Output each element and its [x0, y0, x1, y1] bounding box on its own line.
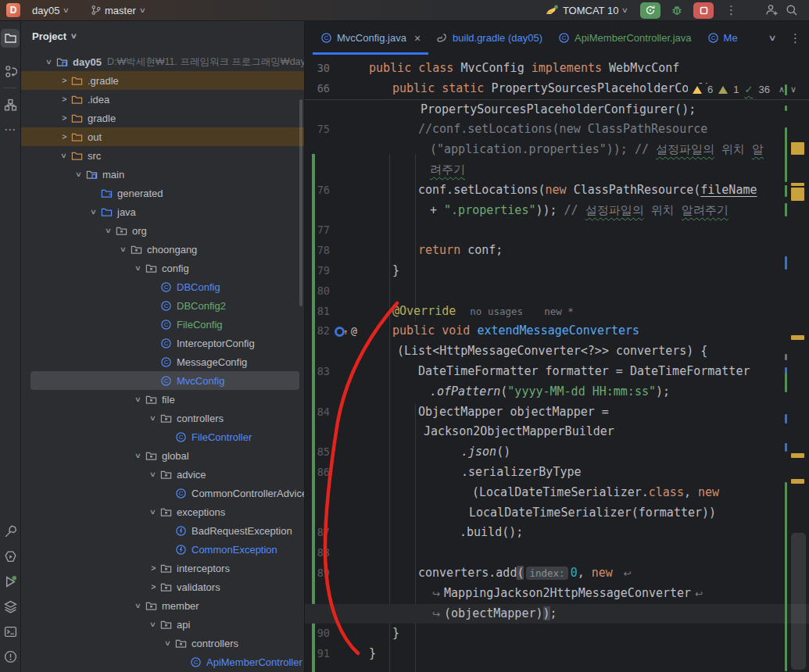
project-tool-button[interactable]: [1, 29, 20, 48]
more-tool-windows-icon[interactable]: ⋯: [1, 120, 20, 139]
line-number: [305, 201, 333, 221]
code-text: ("application.properties")); // 설정파일의 위치…: [361, 140, 809, 160]
tree-item-dbconfig2[interactable]: CDBConfig2: [21, 296, 304, 315]
tree-item-src[interactable]: ∨src: [21, 146, 304, 165]
vcs-branch-widget[interactable]: master ∨: [85, 2, 150, 19]
gutter: [333, 201, 361, 221]
debug-button[interactable]: [668, 1, 686, 20]
tree-item-filecontroller[interactable]: CFileController: [21, 427, 304, 446]
tree-item-commoncontrolleradvice[interactable]: CCommonControllerAdvice: [21, 484, 304, 502]
package-icon: [145, 393, 157, 406]
editor-scrollbar-thumb[interactable]: [791, 533, 806, 670]
tree-chevron-icon[interactable]: ∨: [60, 91, 68, 109]
gutter: [333, 543, 361, 563]
overriding-method-icon[interactable]: [335, 327, 345, 337]
package-icon: [145, 449, 157, 462]
tree-item-exceptions[interactable]: ∨exceptions: [21, 502, 304, 521]
tree-item-commonexception[interactable]: CommonException: [21, 540, 304, 559]
inspections-widget[interactable]: 6 1 ✓ 36 ∧ ∨: [688, 84, 796, 95]
tree-item--idea[interactable]: ∨.idea: [21, 90, 304, 109]
commit-tool-button[interactable]: [1, 62, 20, 80]
code-text: [361, 220, 809, 241]
services-tool-button[interactable]: [2, 547, 20, 566]
tree-item-main[interactable]: ∨main: [21, 165, 304, 184]
tree-item-member[interactable]: ∨member: [21, 596, 304, 615]
tree-item-gradle[interactable]: ∨gradle: [21, 109, 304, 127]
code-editor[interactable]: 30public class MvcConfig implements WebM…: [305, 55, 809, 672]
tree-item-badrequestexception[interactable]: BadRequestException: [21, 521, 304, 540]
weak-warning-icon: [718, 86, 728, 94]
run-tool-button[interactable]: [2, 572, 20, 591]
rerun-button[interactable]: [640, 2, 660, 19]
code-token: }: [392, 626, 399, 640]
tree-item-advice[interactable]: ∨advice: [21, 465, 304, 484]
code-line-wrap: Jackson2ObjectMapperBuilder: [305, 422, 809, 442]
project-widget[interactable]: day05 ∨: [27, 2, 74, 19]
search-icon[interactable]: [786, 4, 798, 16]
tree-item-global[interactable]: ∨global: [21, 446, 304, 465]
tree-item-generated[interactable]: *generated: [21, 184, 304, 202]
tab-mvcconfig-java[interactable]: CMvcConfig.java×: [313, 21, 428, 55]
tree-chevron-icon[interactable]: ∨: [60, 109, 68, 127]
tab-list-dropdown-icon[interactable]: ∨: [768, 33, 776, 43]
tree-item--gradle[interactable]: ∨.gradle: [21, 71, 304, 90]
code-line-wrap: 려주기: [305, 160, 809, 181]
svg-text:C: C: [163, 340, 168, 347]
close-icon[interactable]: ×: [414, 32, 421, 45]
tree-item-config[interactable]: ∨config: [21, 259, 304, 277]
tree-item-api[interactable]: ∨api: [21, 615, 304, 634]
editor-area[interactable]: CMvcConfig.java×build.gradle (day05)CApi…: [305, 21, 809, 672]
run-configuration-widget[interactable]: TOMCAT 10 ∨: [540, 2, 633, 19]
tree-item-file[interactable]: ∨file: [21, 390, 304, 409]
terminal-tool-button[interactable]: [2, 622, 20, 641]
tree-chevron-icon[interactable]: ∨: [60, 128, 68, 146]
ide-logo[interactable]: D: [6, 3, 20, 17]
tree-item-interceptorconfig[interactable]: CInterceptorConfig: [21, 334, 304, 352]
tree-item-interceptors[interactable]: ∨interceptors: [21, 559, 304, 577]
svg-text:C: C: [163, 284, 168, 291]
tree-chevron-icon[interactable]: ∨: [149, 559, 157, 577]
build-tool-button[interactable]: [2, 522, 20, 541]
tab-me[interactable]: CMe: [700, 21, 746, 55]
tree-item-org[interactable]: ∨org: [21, 221, 304, 240]
code-text: LocalDateTimeSerializer(formatter)): [361, 503, 809, 524]
tree-item-controllers[interactable]: ∨controllers: [21, 409, 304, 427]
tree-item-fileconfig[interactable]: CFileConfig: [21, 315, 304, 334]
code-token: ("application.properties")); //: [430, 142, 656, 156]
code-token: ;: [550, 606, 557, 620]
previous-problem-icon[interactable]: ∧: [779, 84, 785, 95]
tree-item-label: .idea: [88, 94, 109, 105]
tab-apimembercontroller-java[interactable]: CApiMemberController.java: [550, 21, 700, 55]
more-actions-kebab-icon[interactable]: ⋮: [725, 3, 737, 17]
stop-button[interactable]: [693, 2, 714, 19]
code-token: }: [392, 263, 399, 277]
tab-options-kebab-icon[interactable]: ⋮: [789, 31, 801, 45]
layers-icon[interactable]: [2, 597, 20, 616]
project-panel-header[interactable]: Project ∨: [21, 21, 304, 51]
project-tree-scrollbar[interactable]: [299, 99, 302, 306]
structure-tool-button[interactable]: [1, 95, 20, 114]
tree-item-dbconfig[interactable]: CDBConfig: [21, 277, 304, 296]
code-line-wrap: ("application.properties")); // 설정파일의 위치…: [305, 140, 809, 160]
tree-item-out[interactable]: ∨out: [21, 127, 304, 146]
tree-item-label: file: [162, 394, 175, 406]
tree-chevron-icon[interactable]: ∨: [149, 578, 157, 596]
tree-item-validators[interactable]: ∨validators: [21, 577, 304, 596]
tree-item-mvcconfig[interactable]: CMvcConfig: [21, 371, 304, 390]
tree-chevron-icon[interactable]: ∨: [60, 72, 68, 90]
add-user-icon[interactable]: [765, 4, 779, 16]
tree-item-controllers[interactable]: ∨controllers: [21, 634, 304, 652]
line-number: [305, 422, 333, 442]
tab-build-gradle-day05-[interactable]: build.gradle (day05): [428, 21, 550, 55]
next-problem-icon[interactable]: ∨: [790, 84, 796, 95]
stripe-warning-mark: [791, 188, 804, 201]
tree-item-choongang[interactable]: ∨choongang: [21, 240, 304, 259]
tree-item-java[interactable]: ∨java: [21, 202, 304, 221]
problems-tool-button[interactable]: [2, 647, 20, 666]
tree-item-day05[interactable]: ∨day05D:₩박세현₩11. 프레임워크 프로그래밍₩day05: [21, 52, 304, 71]
code-text: .json(): [361, 442, 809, 463]
code-line-87: 87.build();: [305, 523, 809, 543]
tree-item-messageconfig[interactable]: CMessageConfig: [21, 352, 304, 371]
stripe-warning-mark: [791, 479, 804, 484]
tree-item-apimembercontroller[interactable]: CApiMemberController: [21, 652, 304, 671]
